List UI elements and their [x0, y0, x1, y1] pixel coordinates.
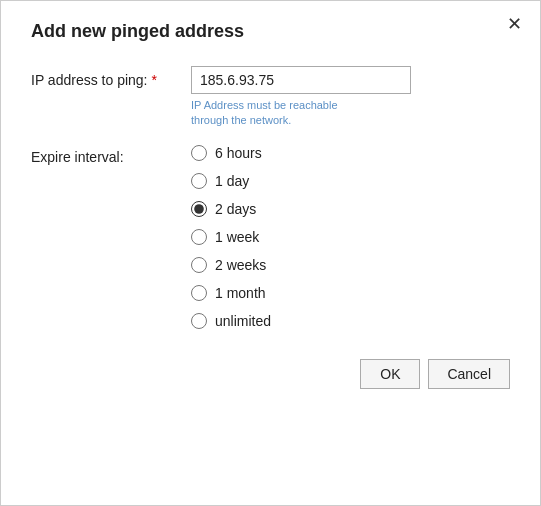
expire-option-1week[interactable]: 1 week: [191, 229, 271, 245]
required-indicator: *: [151, 72, 156, 88]
expire-option-1month[interactable]: 1 month: [191, 285, 271, 301]
expire-option-label-1week: 1 week: [215, 229, 259, 245]
expire-option-label-1month: 1 month: [215, 285, 266, 301]
ip-label: IP address to ping: *: [31, 66, 191, 88]
expire-interval-row: Expire interval: 6 hours1 day2 days1 wee…: [31, 145, 510, 329]
add-pinged-address-dialog: ✕ Add new pinged address IP address to p…: [0, 0, 541, 506]
ip-hint: IP Address must be reachable through the…: [191, 98, 411, 129]
ip-address-input[interactable]: [191, 66, 411, 94]
expire-radio-2days[interactable]: [191, 201, 207, 217]
expire-option-label-1day: 1 day: [215, 173, 249, 189]
expire-option-unlimited[interactable]: unlimited: [191, 313, 271, 329]
ok-button[interactable]: OK: [360, 359, 420, 389]
expire-option-label-2weeks: 2 weeks: [215, 257, 266, 273]
ip-address-row: IP address to ping: * IP Address must be…: [31, 66, 510, 129]
expire-radio-group: 6 hours1 day2 days1 week2 weeks1 monthun…: [191, 145, 271, 329]
expire-option-1day[interactable]: 1 day: [191, 173, 271, 189]
expire-radio-1week[interactable]: [191, 229, 207, 245]
expire-option-2weeks[interactable]: 2 weeks: [191, 257, 271, 273]
cancel-button[interactable]: Cancel: [428, 359, 510, 389]
ip-input-wrap: IP Address must be reachable through the…: [191, 66, 510, 129]
expire-label: Expire interval:: [31, 145, 191, 165]
expire-option-2days[interactable]: 2 days: [191, 201, 271, 217]
expire-radio-2weeks[interactable]: [191, 257, 207, 273]
expire-radio-unlimited[interactable]: [191, 313, 207, 329]
expire-radio-6hours[interactable]: [191, 145, 207, 161]
dialog-title: Add new pinged address: [31, 21, 510, 42]
expire-radio-1day[interactable]: [191, 173, 207, 189]
expire-option-label-unlimited: unlimited: [215, 313, 271, 329]
close-button[interactable]: ✕: [507, 15, 522, 33]
button-row: OK Cancel: [31, 359, 510, 389]
expire-option-label-2days: 2 days: [215, 201, 256, 217]
expire-option-6hours[interactable]: 6 hours: [191, 145, 271, 161]
expire-radio-1month[interactable]: [191, 285, 207, 301]
expire-option-label-6hours: 6 hours: [215, 145, 262, 161]
